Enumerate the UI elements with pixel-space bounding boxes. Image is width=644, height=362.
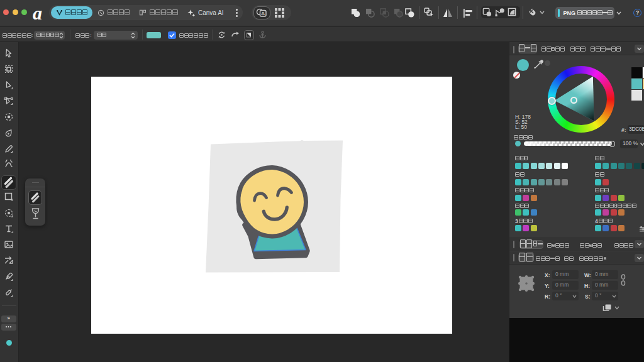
svg-text:A: A <box>261 11 265 16</box>
